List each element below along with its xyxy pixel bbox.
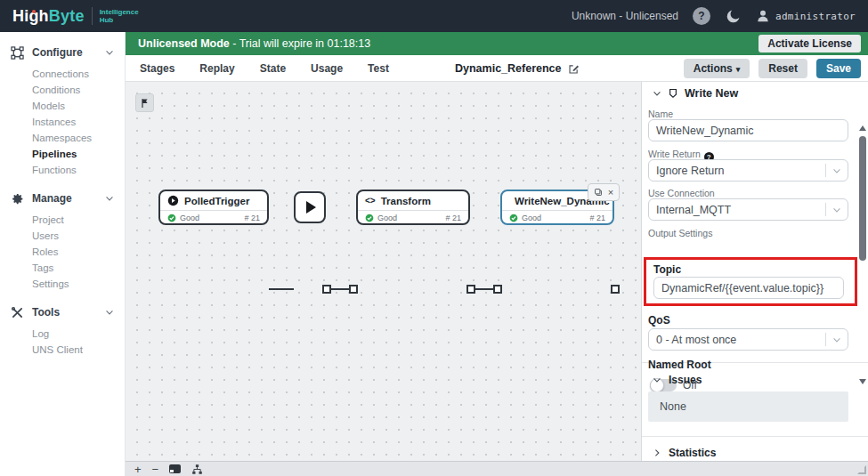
issues-value: None (660, 400, 686, 413)
sidebar-item-project[interactable]: Project (0, 212, 125, 228)
save-button[interactable]: Save (816, 59, 861, 78)
remove-node-icon[interactable]: × (608, 188, 613, 198)
tab-replay[interactable]: Replay (199, 62, 234, 75)
node-event-count: # 21 (445, 214, 461, 222)
node-event-count: # 21 (589, 214, 605, 222)
write-return-label: Write Return (648, 149, 701, 159)
name-input[interactable] (648, 119, 848, 141)
write-tag-icon (668, 88, 678, 99)
logo-accent-dot (32, 10, 36, 13)
chevron-down-icon (653, 89, 661, 98)
user-icon (756, 9, 770, 23)
sidebar-section-label: Configure (32, 46, 83, 59)
sidebar-item-uns-client[interactable]: UNS Client (0, 342, 125, 358)
name-label: Name (648, 109, 673, 119)
fit-view-icon[interactable] (169, 464, 181, 473)
tab-test[interactable]: Test (368, 62, 389, 75)
user-menu[interactable]: administrator (756, 9, 856, 23)
qos-label: QoS (648, 314, 670, 327)
highbyte-logo: HighByte Intelligence Hub (12, 7, 148, 26)
tab-usage[interactable]: Usage (311, 62, 343, 75)
unlicensed-banner: Unlicensed Mode - Trial will expire in 0… (126, 32, 868, 55)
sidebar-item-pipelines[interactable]: Pipelines (0, 146, 125, 162)
pipeline-tabs: Stages Replay State Usage Test (140, 62, 389, 75)
write-return-select[interactable]: Ignore Return (648, 159, 848, 182)
sidebar-section-manage[interactable]: Manage (0, 189, 125, 208)
port[interactable] (466, 285, 475, 294)
issues-section-header[interactable]: Issues (642, 372, 868, 388)
status-check-icon (509, 214, 518, 222)
chevron-down-icon (105, 194, 114, 203)
node-status-text: Good (377, 214, 397, 222)
run-stage-button[interactable] (294, 191, 326, 223)
sidebar-item-users[interactable]: Users (0, 228, 125, 244)
zoom-in-button[interactable]: + (134, 464, 142, 475)
sidebar-item-roles[interactable]: Roles (0, 244, 125, 260)
port[interactable] (611, 285, 620, 294)
reset-button[interactable]: Reset (758, 59, 807, 78)
sidebar-item-functions[interactable]: Functions (0, 162, 125, 178)
node-title: Transform (381, 196, 431, 206)
caret-down-icon: ▾ (736, 65, 741, 74)
statistics-section-header[interactable]: Statistics (642, 445, 868, 461)
activate-license-button[interactable]: Activate License (758, 35, 861, 52)
trigger-icon (167, 195, 179, 206)
chevron-down-icon (826, 335, 848, 344)
chevron-down-icon (826, 206, 848, 214)
chevron-down-icon (653, 375, 661, 384)
tab-stages[interactable]: Stages (140, 62, 174, 75)
sidebar-section-configure[interactable]: Configure (0, 43, 125, 62)
sidebar: Configure Connections Conditions Models … (0, 32, 126, 476)
scroll-up-arrow[interactable] (859, 125, 866, 131)
chevron-down-icon (105, 48, 114, 57)
sidebar-section-label: Tools (32, 306, 60, 319)
gear-icon (11, 192, 24, 206)
pipeline-canvas[interactable]: PolledTrigger Good # 21 <> Transform Goo… (126, 82, 641, 461)
tab-state[interactable]: State (260, 62, 286, 75)
play-icon (306, 201, 316, 214)
use-connection-label: Use Connection (648, 188, 715, 198)
object-group-icon (11, 46, 24, 60)
node-transform[interactable]: <> Transform Good # 21 (356, 190, 470, 225)
use-connection-value: Internal_MQTT (649, 204, 731, 216)
pipeline-name-title: Dynamic_Reference (455, 62, 562, 75)
edit-pencil-icon[interactable] (568, 63, 580, 75)
sidebar-item-tags[interactable]: Tags (0, 260, 125, 276)
chevron-right-icon (653, 448, 661, 457)
sidebar-item-connections[interactable]: Connections (0, 66, 125, 82)
use-connection-select[interactable]: Internal_MQTT (648, 198, 848, 221)
qos-select[interactable]: 0 - At most once (648, 328, 848, 351)
app-window: HighByte Intelligence Hub Unknown - Unli… (0, 0, 868, 476)
username-text: administrator (775, 11, 856, 22)
inspector-scrollbar (857, 124, 868, 386)
sidebar-item-models[interactable]: Models (0, 98, 125, 114)
help-icon[interactable]: ? (693, 7, 710, 25)
inspector-title: Write New (685, 87, 738, 100)
sidebar-item-namespaces[interactable]: Namespaces (0, 130, 125, 146)
port[interactable] (493, 285, 502, 294)
sidebar-item-log[interactable]: Log (0, 326, 125, 342)
sidebar-section-label: Manage (32, 192, 72, 205)
sidebar-section-tools[interactable]: Tools (0, 303, 125, 322)
scrollbar-thumb[interactable] (859, 136, 866, 261)
duplicate-node-icon[interactable] (594, 188, 603, 197)
topic-input[interactable] (653, 277, 844, 299)
port[interactable] (322, 285, 331, 294)
breakpoint-flag-button[interactable] (135, 93, 154, 112)
logo-divider (92, 7, 93, 25)
sidebar-item-settings[interactable]: Settings (0, 276, 125, 292)
top-bar: HighByte Intelligence Hub Unknown - Unli… (0, 0, 868, 32)
resize-grip[interactable] (857, 465, 866, 474)
auto-layout-icon[interactable] (191, 464, 203, 475)
inspector-form: Name Write Return? Ignore Return Use Con… (642, 105, 868, 363)
dark-mode-moon-icon[interactable] (725, 8, 742, 25)
qos-value: 0 - At most once (649, 334, 736, 346)
zoom-out-button[interactable]: − (152, 464, 159, 475)
actions-dropdown-button[interactable]: Actions▾ (684, 59, 750, 78)
sidebar-item-instances[interactable]: Instances (0, 114, 125, 130)
port[interactable] (349, 285, 358, 294)
inspector-header[interactable]: Write New (642, 82, 868, 105)
statistics-label: Statistics (669, 447, 716, 459)
sidebar-item-conditions[interactable]: Conditions (0, 82, 125, 98)
node-polledtrigger[interactable]: PolledTrigger Good # 21 (158, 190, 269, 225)
